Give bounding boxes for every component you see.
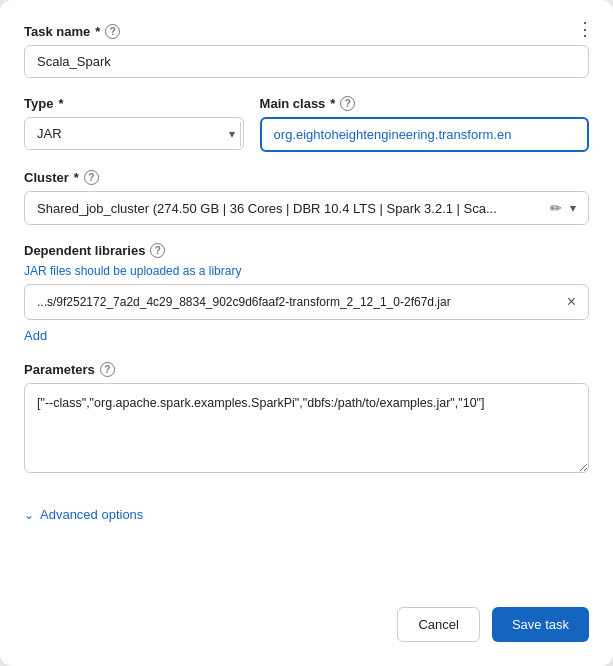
cluster-field: Cluster * ? Shared_job_cluster (274.50 G… — [24, 170, 589, 225]
type-label: Type * — [24, 96, 244, 111]
parameters-help-icon[interactable]: ? — [100, 362, 115, 377]
cluster-value: Shared_job_cluster (274.50 GB | 36 Cores… — [37, 201, 550, 216]
type-label-text: Type — [24, 96, 53, 111]
cluster-edit-icon[interactable]: ✏ — [550, 200, 562, 216]
dependent-libraries-label-text: Dependent libraries — [24, 243, 145, 258]
main-class-field: Main class * ? — [260, 96, 589, 152]
advanced-options-toggle[interactable]: ⌄ Advanced options — [24, 507, 589, 522]
main-class-label-text: Main class — [260, 96, 326, 111]
cluster-required: * — [74, 170, 79, 185]
type-select-wrapper: JAR Python Notebook Spark Submit ▾ — [24, 117, 244, 150]
cluster-wrapper[interactable]: Shared_job_cluster (274.50 GB | 36 Cores… — [24, 191, 589, 225]
advanced-options-label: Advanced options — [40, 507, 143, 522]
cluster-help-icon[interactable]: ? — [84, 170, 99, 185]
cluster-dropdown-icon[interactable]: ▾ — [570, 201, 576, 215]
main-class-label: Main class * ? — [260, 96, 589, 111]
library-path: ...s/9f252172_7a2d_4c29_8834_902c9d6faaf… — [37, 295, 559, 309]
main-class-input[interactable] — [260, 117, 589, 152]
parameters-field: Parameters ? — [24, 362, 589, 477]
task-name-field: Task name * ? — [24, 24, 589, 78]
parameters-input[interactable] — [24, 383, 589, 473]
save-task-button[interactable]: Save task — [492, 607, 589, 642]
task-name-label: Task name * ? — [24, 24, 589, 39]
dialog-footer: Cancel Save task — [24, 583, 589, 642]
task-name-help-icon[interactable]: ? — [105, 24, 120, 39]
library-item: ...s/9f252172_7a2d_4c29_8834_902c9d6faaf… — [24, 284, 589, 320]
task-name-label-text: Task name — [24, 24, 90, 39]
task-dialog: ⋮ Task name * ? Type * JAR Python Notebo… — [0, 0, 613, 666]
type-select[interactable]: JAR Python Notebook Spark Submit — [25, 118, 238, 149]
dependent-libraries-help-icon[interactable]: ? — [150, 243, 165, 258]
add-library-link[interactable]: Add — [24, 328, 47, 343]
advanced-options-chevron: ⌄ — [24, 508, 34, 522]
library-remove-icon[interactable]: × — [567, 293, 576, 311]
task-name-input[interactable] — [24, 45, 589, 78]
type-field: Type * JAR Python Notebook Spark Submit … — [24, 96, 244, 152]
dependent-libraries-label: Dependent libraries ? — [24, 243, 589, 258]
task-name-required: * — [95, 24, 100, 39]
parameters-label: Parameters ? — [24, 362, 589, 377]
cluster-label-text: Cluster — [24, 170, 69, 185]
select-divider — [240, 122, 241, 146]
more-options-icon[interactable]: ⋮ — [576, 18, 595, 40]
dependent-libraries-field: Dependent libraries ? JAR files should b… — [24, 243, 589, 344]
type-required: * — [58, 96, 63, 111]
parameters-label-text: Parameters — [24, 362, 95, 377]
main-class-help-icon[interactable]: ? — [340, 96, 355, 111]
type-main-class-row: Type * JAR Python Notebook Spark Submit … — [24, 96, 589, 152]
cluster-label: Cluster * ? — [24, 170, 589, 185]
main-class-required: * — [330, 96, 335, 111]
dependent-libraries-hint: JAR files should be uploaded as a librar… — [24, 264, 589, 278]
cancel-button[interactable]: Cancel — [397, 607, 479, 642]
